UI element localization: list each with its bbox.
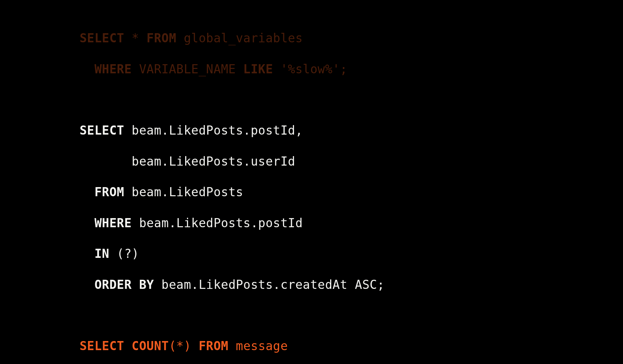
- blank-line: [80, 308, 385, 323]
- literal: '%slow%';: [273, 62, 348, 76]
- kw-select: SELECT: [80, 339, 124, 353]
- ident: beam.LikedPosts.userId: [132, 154, 295, 169]
- star: *: [124, 31, 146, 45]
- q1-line1: SELECT * FROM global_variables: [80, 31, 385, 46]
- args: (*): [169, 339, 198, 353]
- indent: [80, 185, 95, 199]
- q2-line5: IN (?): [80, 246, 385, 262]
- kw-in: IN: [95, 247, 110, 261]
- ident: message: [228, 339, 288, 353]
- indent: [80, 247, 95, 261]
- q1-line2: WHERE VARIABLE_NAME LIKE '%slow%';: [80, 62, 385, 77]
- kw-count: COUNT: [124, 339, 169, 353]
- ident: VARIABLE_NAME: [132, 62, 244, 76]
- indent: [80, 278, 95, 292]
- indent: [80, 216, 95, 230]
- sql-code-block: SELECT * FROM global_variables WHERE VAR…: [80, 15, 385, 364]
- kw-from: FROM: [199, 339, 228, 353]
- indent: [80, 154, 132, 169]
- ident: global_variables: [176, 31, 303, 45]
- q2-line3: FROM beam.LikedPosts: [80, 185, 385, 200]
- kw-select: SELECT: [80, 123, 124, 138]
- kw-like: LIKE: [243, 62, 273, 76]
- ident: beam.LikedPosts.postId: [132, 216, 303, 230]
- ident: beam.LikedPosts: [124, 185, 243, 199]
- indent: [80, 62, 95, 76]
- kw-orderby: ORDER BY: [95, 278, 154, 292]
- kw-from: FROM: [95, 185, 124, 199]
- ident: beam.LikedPosts.postId,: [124, 123, 303, 138]
- kw-where: WHERE: [95, 62, 132, 76]
- kw-where: WHERE: [95, 216, 132, 230]
- args: (?): [110, 247, 139, 261]
- q2-line1: SELECT beam.LikedPosts.postId,: [80, 123, 385, 138]
- q2-line4: WHERE beam.LikedPosts.postId: [80, 216, 385, 231]
- blank-line: [80, 92, 385, 108]
- q3-line1: SELECT COUNT(*) FROM message: [80, 338, 385, 354]
- q2-line2: beam.LikedPosts.userId: [80, 154, 385, 169]
- kw-select: SELECT: [80, 31, 124, 45]
- kw-from: FROM: [146, 31, 176, 45]
- ident: beam.LikedPosts.createdAt ASC;: [154, 278, 385, 292]
- q2-line6: ORDER BY beam.LikedPosts.createdAt ASC;: [80, 277, 385, 293]
